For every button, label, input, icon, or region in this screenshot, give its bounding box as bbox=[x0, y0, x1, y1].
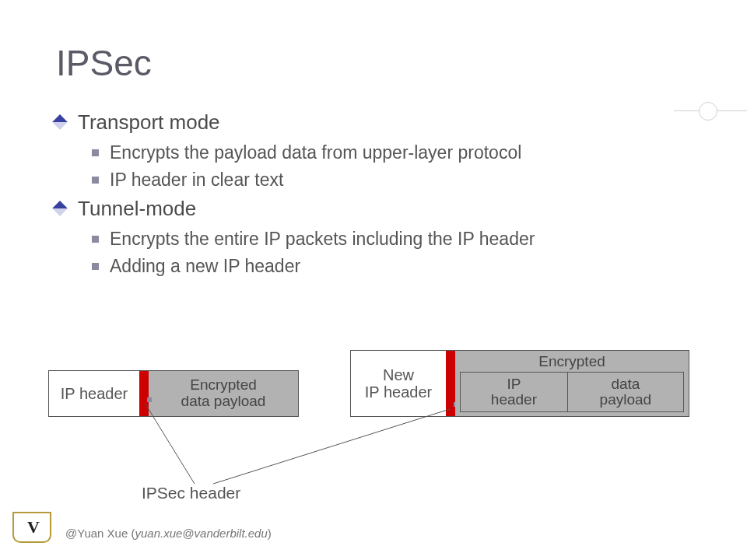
tunnel-encrypted-wrap: Encrypted IPheader datapayload bbox=[455, 351, 689, 416]
square-bullet-icon bbox=[92, 236, 99, 243]
page-title: IPSec bbox=[56, 42, 152, 84]
bullet-text: IP header in clear text bbox=[110, 168, 283, 192]
square-bullet-icon bbox=[92, 177, 99, 184]
bullet-text: Tunnel-mode bbox=[78, 195, 196, 222]
bullet-transport-sub1: Encrypts the payload data from upper-lay… bbox=[92, 141, 693, 165]
square-bullet-icon bbox=[92, 263, 99, 270]
packet-diagrams: IP header Encrypteddata payload NewIP he… bbox=[48, 350, 702, 506]
footer-name: @Yuan Xue bbox=[65, 527, 128, 540]
svg-line-1 bbox=[213, 409, 450, 484]
tunnel-inner-packet: IPheader datapayload bbox=[460, 372, 684, 412]
bullet-text: Encrypts the entire IP packets including… bbox=[110, 227, 535, 251]
tunnel-new-ip-header: NewIP header bbox=[351, 351, 446, 416]
tunnel-encrypted-label: Encrypted bbox=[460, 353, 684, 370]
bullet-transport-mode: Transport mode bbox=[54, 109, 693, 136]
footer-attribution: @Yuan Xue (yuan.xue@vanderbilt.edu) bbox=[65, 527, 272, 540]
square-marker-icon bbox=[147, 397, 152, 402]
transport-encrypted-payload: Encrypteddata payload bbox=[149, 371, 298, 416]
bullet-text: Transport mode bbox=[78, 109, 220, 136]
bullet-transport-sub2: IP header in clear text bbox=[92, 168, 693, 192]
tunnel-packet: NewIP header Encrypted IPheader datapayl… bbox=[350, 350, 689, 417]
logo-shield-icon: V bbox=[12, 512, 51, 543]
diamond-bullet-icon bbox=[52, 114, 68, 130]
bullet-text: Encrypts the payload data from upper-lay… bbox=[110, 141, 521, 165]
diamond-bullet-icon bbox=[52, 201, 68, 216]
tunnel-ipsec-header-band bbox=[446, 351, 455, 416]
transport-ip-header: IP header bbox=[49, 371, 139, 416]
slide: IPSec Transport mode Encrypts the payloa… bbox=[0, 0, 747, 560]
ipsec-header-label: IPSec header bbox=[142, 484, 240, 502]
square-bullet-icon bbox=[92, 149, 99, 156]
body-content: Transport mode Encrypts the payload data… bbox=[54, 109, 693, 282]
bullet-tunnel-sub1: Encrypts the entire IP packets including… bbox=[92, 227, 693, 251]
vanderbilt-logo: V bbox=[12, 512, 54, 544]
tunnel-inner-ip-header: IPheader bbox=[461, 373, 568, 411]
bullet-text: Adding a new IP header bbox=[110, 254, 300, 278]
bullet-tunnel-sub2: Adding a new IP header bbox=[92, 254, 693, 278]
title-decoration-ring bbox=[699, 102, 717, 121]
footer-email: yuan.xue@vanderbilt.edu bbox=[135, 527, 267, 540]
tunnel-inner-data-payload: datapayload bbox=[568, 373, 683, 411]
transport-packet: IP header Encrypteddata payload bbox=[48, 370, 299, 417]
transport-ipsec-header-band bbox=[139, 371, 149, 416]
bullet-tunnel-mode: Tunnel-mode bbox=[54, 195, 693, 222]
